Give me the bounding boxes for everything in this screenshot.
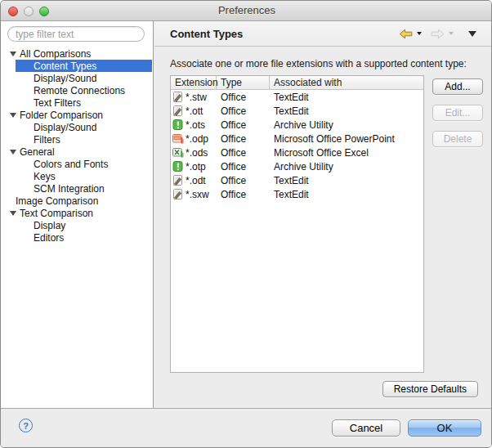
- excel-icon: [172, 147, 185, 158]
- sidebar-item-label: All Comparisons: [20, 48, 91, 60]
- sidebar-item-label: Text Comparison: [20, 208, 93, 219]
- sidebar-item-general[interactable]: General: [1, 146, 152, 158]
- sidebar-item-label: Filters: [34, 134, 60, 146]
- associated-cell: TextEdit: [270, 187, 423, 201]
- back-icon[interactable]: [397, 27, 414, 41]
- associated-cell: Archive Utility: [270, 159, 423, 173]
- textedit-icon: [172, 175, 185, 186]
- expander-arrow-icon[interactable]: [10, 52, 16, 56]
- extension-cell: *.ott: [186, 105, 203, 117]
- content-types-table: Extension Type Associated with *.stwOffi…: [170, 75, 424, 373]
- sidebar-item-label: Content Types: [34, 60, 96, 72]
- sidebar-item-folder-comparison[interactable]: Folder Comparison: [1, 109, 152, 121]
- sidebar-item-display-sound[interactable]: Display/Sound: [1, 121, 152, 133]
- forward-icon: [429, 27, 446, 41]
- sidebar-item-label: Colors and Fonts: [34, 159, 108, 170]
- edit-button[interactable]: Edit...: [432, 105, 483, 121]
- sidebar-item-display[interactable]: Display: [1, 219, 152, 231]
- extension-cell: *.ots: [186, 119, 205, 131]
- sidebar-item-text-filters[interactable]: Text Filters: [1, 96, 152, 109]
- sidebar-item-text-comparison[interactable]: Text Comparison: [1, 207, 152, 219]
- sidebar-item-label: Display/Sound: [34, 122, 96, 133]
- type-cell: Office: [217, 104, 270, 118]
- expander-arrow-icon[interactable]: [10, 150, 16, 155]
- extension-cell: *.otp: [186, 161, 206, 172]
- sidebar-item-colors-and-fonts[interactable]: Colors and Fonts: [1, 158, 152, 170]
- type-cell: Office: [217, 187, 270, 201]
- delete-button[interactable]: Delete: [432, 131, 483, 147]
- table-row[interactable]: *.odsOfficeMicrosoft Office Excel: [171, 146, 423, 159]
- powerpoint-icon: [172, 133, 185, 144]
- table-row[interactable]: *.sxwOfficeTextEdit: [171, 187, 423, 201]
- sidebar-item-label: Image Comparison: [16, 195, 98, 207]
- archive-utility-icon: [172, 161, 185, 172]
- sidebar-item-all-comparisons[interactable]: All Comparisons: [1, 47, 152, 60]
- sidebar-item-label: Text Filters: [34, 97, 81, 109]
- sidebar-item-remote-connections[interactable]: Remote Connections: [1, 84, 152, 96]
- associated-cell: TextEdit: [270, 90, 423, 104]
- content-panel: Content Types Associate one or more file…: [154, 21, 492, 408]
- preferences-tree: All ComparisonsContent TypesDisplay/Soun…: [1, 47, 152, 244]
- sidebar-item-label: General: [20, 146, 55, 158]
- table-body: *.stwOfficeTextEdit*.ottOfficeTextEdit*.…: [171, 90, 423, 201]
- sidebar-item-image-comparison[interactable]: Image Comparison: [1, 195, 152, 207]
- filter-input[interactable]: [7, 26, 145, 42]
- extension-cell: *.sxw: [186, 189, 209, 200]
- help-icon[interactable]: ?: [19, 419, 33, 432]
- associated-cell: TextEdit: [270, 173, 423, 187]
- history-nav: [397, 27, 476, 41]
- sidebar-item-label: Keys: [34, 171, 56, 182]
- type-cell: Office: [217, 132, 270, 146]
- table-row[interactable]: *.stwOfficeTextEdit: [171, 90, 423, 104]
- associated-cell: TextEdit: [270, 104, 423, 118]
- add-button[interactable]: Add...: [432, 78, 483, 95]
- restore-defaults-button[interactable]: Restore Defaults: [382, 381, 478, 397]
- column-header-type[interactable]: Type: [217, 76, 270, 90]
- sidebar-item-content-types[interactable]: Content Types: [16, 60, 152, 72]
- type-cell: Office: [217, 118, 270, 132]
- extension-cell: *.odt: [186, 175, 206, 186]
- ok-button[interactable]: OK: [408, 419, 481, 437]
- sidebar-item-editors[interactable]: Editors: [1, 231, 152, 244]
- view-menu-icon[interactable]: [468, 31, 476, 37]
- column-header-associated[interactable]: Associated with: [270, 76, 423, 90]
- page-title: Content Types: [170, 28, 397, 40]
- sidebar-item-display-sound[interactable]: Display/Sound: [1, 72, 152, 84]
- extension-cell: *.ods: [186, 147, 208, 159]
- sidebar-item-filters[interactable]: Filters: [1, 133, 152, 146]
- table-row[interactable]: *.odtOfficeTextEdit: [171, 173, 423, 187]
- table-header: Extension Type Associated with: [171, 76, 423, 90]
- expander-arrow-icon[interactable]: [10, 211, 16, 216]
- sidebar-item-label: Folder Comparison: [20, 110, 103, 121]
- sidebar-item-label: Display/Sound: [34, 73, 96, 84]
- associated-cell: Microsoft Office PowerPoint: [270, 132, 423, 146]
- titlebar: Preferences: [1, 1, 492, 21]
- window-title: Preferences: [1, 4, 492, 16]
- cancel-button[interactable]: Cancel: [332, 419, 400, 437]
- textedit-icon: [172, 105, 185, 116]
- sidebar-item-scm-integration[interactable]: SCM Integration: [1, 182, 152, 195]
- expander-arrow-icon[interactable]: [10, 113, 16, 118]
- forward-dropdown-icon: [449, 32, 454, 35]
- sidebar-item-label: Display: [34, 220, 65, 231]
- instruction-text: Associate one or more file extensions wi…: [170, 58, 467, 69]
- type-cell: Office: [217, 146, 270, 159]
- textedit-icon: [172, 189, 185, 199]
- type-cell: Office: [217, 173, 270, 187]
- table-row[interactable]: *.otpOfficeArchive Utility: [171, 159, 423, 173]
- sidebar: All ComparisonsContent TypesDisplay/Soun…: [1, 21, 154, 408]
- sidebar-item-keys[interactable]: Keys: [1, 170, 152, 182]
- back-dropdown-icon[interactable]: [417, 32, 422, 35]
- table-row[interactable]: *.odpOfficeMicrosoft Office PowerPoint: [171, 132, 423, 146]
- extension-cell: *.stw: [186, 92, 207, 103]
- column-header-extension[interactable]: Extension: [171, 76, 217, 90]
- sidebar-item-label: SCM Integration: [34, 183, 105, 195]
- archive-utility-icon: [172, 119, 185, 130]
- table-row[interactable]: *.otsOfficeArchive Utility: [171, 118, 423, 132]
- table-row[interactable]: *.ottOfficeTextEdit: [171, 104, 423, 118]
- preferences-window: Preferences All ComparisonsContent Types…: [0, 0, 492, 448]
- textedit-icon: [172, 92, 185, 102]
- associated-cell: Archive Utility: [270, 118, 423, 132]
- footer-bar: ? Cancel OK: [1, 408, 492, 448]
- associated-cell: Microsoft Office Excel: [270, 146, 423, 159]
